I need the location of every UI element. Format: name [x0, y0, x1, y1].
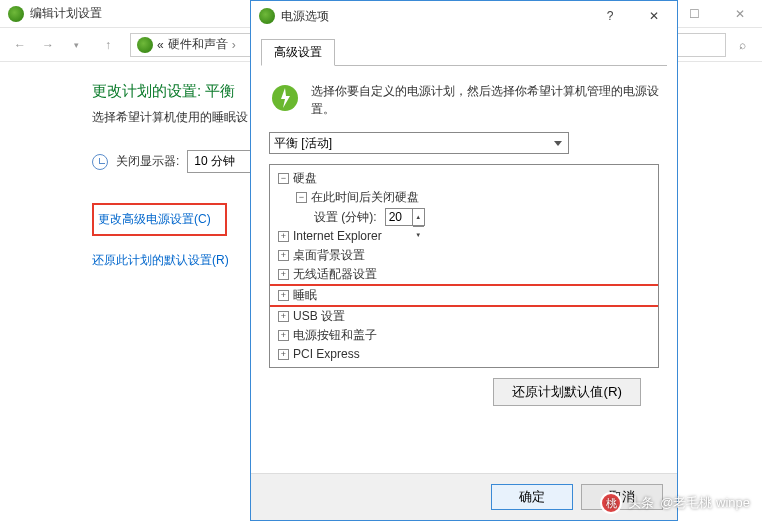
dialog-body: 选择你要自定义的电源计划，然后选择你希望计算机管理的电源设置。 平衡 [活动] …	[251, 66, 677, 473]
expand-icon[interactable]: +	[278, 231, 289, 242]
battery-icon	[269, 82, 301, 114]
disk-minutes-input[interactable]	[386, 209, 412, 225]
tree-item-pci[interactable]: +PCI Express	[272, 345, 656, 364]
close-button[interactable]: ✕	[717, 0, 762, 28]
plan-select[interactable]: 平衡 [活动]	[269, 132, 569, 154]
power-options-dialog: 电源选项 ? ✕ 高级设置 选择你要自定义的电源计划，然后选择你希望计算机管理的…	[250, 0, 678, 521]
clock-icon	[92, 154, 108, 170]
collapse-icon[interactable]: −	[296, 192, 307, 203]
spinner-up[interactable]: ▲	[413, 209, 424, 227]
link-restore-defaults[interactable]: 还原此计划的默认设置(R)	[92, 252, 229, 269]
watermark: 桃 头条 @老毛桃 winpe	[600, 492, 750, 514]
spinner-buttons: ▲▼	[412, 209, 424, 225]
dialog-title: 电源选项	[281, 8, 329, 25]
spinner-down[interactable]: ▼	[413, 227, 424, 244]
display-off-label: 关闭显示器:	[116, 153, 179, 170]
expand-icon[interactable]: +	[278, 269, 289, 280]
display-off-select[interactable]: 10 分钟	[187, 150, 256, 173]
tree-item-wireless[interactable]: +无线适配器设置	[272, 265, 656, 284]
expand-icon[interactable]: +	[278, 330, 289, 341]
watermark-prefix: 头条	[628, 494, 654, 512]
power-icon	[8, 6, 24, 22]
tab-strip: 高级设置	[251, 31, 677, 66]
nav-up-button[interactable]: ↑	[96, 33, 120, 57]
settings-tree[interactable]: −硬盘 −在此时间后关闭硬盘 设置 (分钟): ▲▼ +Internet Exp…	[269, 164, 659, 368]
chevron-right-icon: ›	[232, 38, 236, 52]
ok-button[interactable]: 确定	[491, 484, 573, 510]
dialog-controls: ? ✕	[588, 2, 676, 30]
restore-row: 还原计划默认值(R)	[269, 368, 659, 406]
breadcrumb-item[interactable]: 硬件和声音	[168, 36, 228, 53]
expand-icon[interactable]: +	[278, 290, 289, 301]
chevron-down-icon[interactable]: ▾	[64, 33, 88, 57]
dialog-intro: 选择你要自定义的电源计划，然后选择你希望计算机管理的电源设置。	[269, 82, 659, 118]
expand-icon[interactable]: +	[278, 349, 289, 360]
control-panel-icon	[137, 37, 153, 53]
nav-forward-button[interactable]: →	[36, 33, 60, 57]
intro-text: 选择你要自定义的电源计划，然后选择你希望计算机管理的电源设置。	[311, 82, 659, 118]
expand-icon[interactable]: +	[278, 250, 289, 261]
tab-advanced[interactable]: 高级设置	[261, 39, 335, 66]
dialog-help-button[interactable]: ?	[588, 2, 632, 30]
highlight-box-sleep: +睡眠	[269, 284, 659, 307]
tree-item-disk[interactable]: −硬盘	[272, 169, 656, 188]
tree-item-sleep[interactable]: +睡眠	[272, 286, 656, 305]
tree-item-usb[interactable]: +USB 设置	[272, 307, 656, 326]
dialog-titlebar[interactable]: 电源选项 ? ✕	[251, 1, 677, 31]
link-advanced-settings[interactable]: 更改高级电源设置(C)	[98, 212, 211, 226]
nav-back-button[interactable]: ←	[8, 33, 32, 57]
plan-select-value: 平衡 [活动]	[274, 136, 332, 150]
maximize-button[interactable]: ☐	[672, 0, 717, 28]
disk-setting-label: 设置 (分钟):	[314, 209, 377, 226]
watermark-text: @老毛桃 winpe	[660, 494, 750, 512]
highlight-box-advanced: 更改高级电源设置(C)	[92, 203, 227, 236]
tree-item-power-button[interactable]: +电源按钮和盖子	[272, 326, 656, 345]
tree-item-disk-setting[interactable]: 设置 (分钟): ▲▼	[272, 207, 656, 227]
restore-defaults-button[interactable]: 还原计划默认值(R)	[493, 378, 641, 406]
collapse-icon[interactable]: −	[278, 173, 289, 184]
tree-item-ie[interactable]: +Internet Explorer	[272, 227, 656, 246]
disk-minutes-spinner[interactable]: ▲▼	[385, 208, 425, 226]
dialog-close-button[interactable]: ✕	[632, 2, 676, 30]
expand-icon[interactable]: +	[278, 311, 289, 322]
watermark-avatar: 桃	[600, 492, 622, 514]
parent-title: 编辑计划设置	[30, 5, 102, 22]
power-icon	[259, 8, 275, 24]
tree-item-background[interactable]: +桌面背景设置	[272, 246, 656, 265]
tree-item-disk-timeout[interactable]: −在此时间后关闭硬盘	[272, 188, 656, 207]
breadcrumb-prefix: «	[157, 38, 164, 52]
search-icon[interactable]: ⌕	[730, 38, 754, 52]
